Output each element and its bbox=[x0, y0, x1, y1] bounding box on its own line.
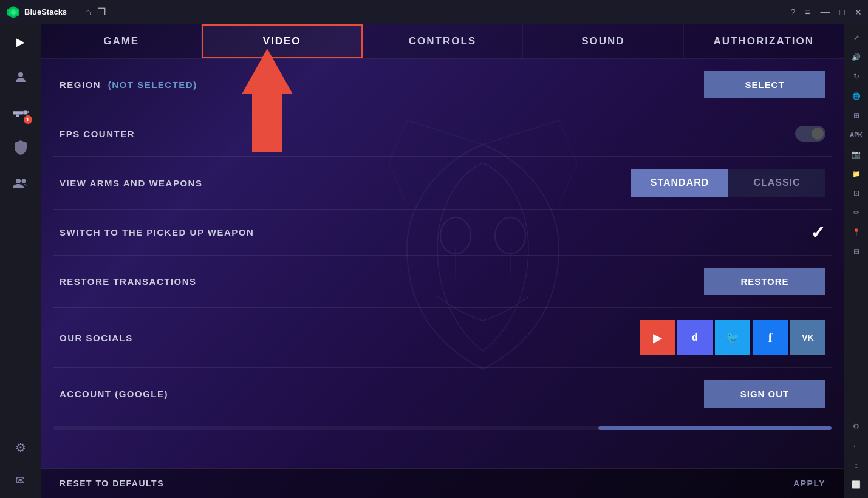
facebook-button[interactable]: f bbox=[753, 320, 788, 355]
badge: 1 bbox=[24, 115, 32, 124]
menu-icon[interactable]: ≡ bbox=[805, 7, 810, 18]
restore-button[interactable]: RESTORE bbox=[704, 268, 825, 295]
recents-sidebar-icon[interactable]: ⬜ bbox=[848, 476, 865, 493]
svg-point-9 bbox=[21, 179, 26, 183]
sidebar-item-mail[interactable]: ✉ bbox=[8, 468, 33, 493]
svg-rect-6 bbox=[16, 114, 19, 117]
view-arms-label: VIEW ARMS AND WEAPONS bbox=[60, 178, 631, 188]
classic-button[interactable]: CLASSIC bbox=[728, 169, 825, 197]
sidebar-item-user[interactable] bbox=[8, 64, 33, 90]
back-sidebar-icon[interactable]: ← bbox=[848, 437, 865, 454]
social-buttons: ▶ d 🐦 f VK bbox=[640, 320, 825, 355]
twitter-button[interactable]: 🐦 bbox=[715, 320, 750, 355]
settings-row-region: REGION (NOT SELECTED) SELECT bbox=[53, 59, 832, 111]
left-sidebar: ▶ 1 ⚙ bbox=[0, 24, 41, 498]
home-sidebar-icon[interactable]: ⌂ bbox=[848, 457, 865, 474]
vk-button[interactable]: VK bbox=[790, 320, 825, 355]
svg-rect-5 bbox=[23, 111, 27, 115]
tab-sound[interactable]: SOUND bbox=[523, 24, 683, 58]
tab-video[interactable]: VIDEO bbox=[202, 24, 362, 58]
right-sidebar: ⤢ 🔊 ↻ 🌐 ⊞ APK 📷 📁 ⊡ ✏ 📍 ⊟ ⚙ ← ⌂ ⬜ bbox=[844, 24, 868, 498]
maximize-icon[interactable]: □ bbox=[840, 7, 845, 17]
globe-sidebar-icon[interactable]: 🌐 bbox=[848, 87, 865, 104]
help-icon[interactable]: ? bbox=[790, 7, 795, 17]
expand-sidebar-icon[interactable]: ⤢ bbox=[848, 29, 865, 46]
game-content: GAME VIDEO CONTROLS SOUND AUTHORIZATION … bbox=[41, 24, 844, 498]
resize-sidebar-icon[interactable]: ⊡ bbox=[848, 185, 865, 202]
tab-controls[interactable]: CONTROLS bbox=[363, 24, 523, 58]
switch-weapon-label: SWITCH TO THE PICKED UP WEAPON bbox=[60, 227, 810, 237]
svg-point-3 bbox=[18, 72, 23, 77]
bluestacks-logo: BlueStacks bbox=[6, 5, 67, 19]
sidebar-item-play[interactable]: ▶ bbox=[8, 29, 33, 55]
home-nav-icon[interactable]: ⌂ bbox=[85, 7, 91, 18]
settings-row-view-arms: VIEW ARMS AND WEAPONS STANDARD CLASSIC bbox=[53, 157, 832, 210]
switch-weapon-checkmark[interactable]: ✓ bbox=[810, 222, 825, 243]
gear-sidebar-icon[interactable]: ⚙ bbox=[848, 418, 865, 435]
sidebar-item-settings[interactable]: ⚙ bbox=[8, 435, 33, 460]
restore-label: RESTORE TRANSACTIONS bbox=[60, 276, 704, 287]
folder-sidebar-icon[interactable]: 📁 bbox=[848, 165, 865, 182]
edit-sidebar-icon[interactable]: ✏ bbox=[848, 204, 865, 221]
settings-row-restore: RESTORE TRANSACTIONS RESTORE bbox=[53, 256, 832, 308]
region-label: REGION (NOT SELECTED) bbox=[60, 80, 704, 90]
tab-authorization[interactable]: AUTHORIZATION bbox=[684, 24, 844, 58]
layers-sidebar-icon[interactable]: ⊟ bbox=[848, 243, 865, 260]
camera-sidebar-icon[interactable]: 📷 bbox=[848, 146, 865, 163]
discord-button[interactable]: d bbox=[677, 320, 713, 355]
volume-sidebar-icon[interactable]: 🔊 bbox=[848, 49, 865, 66]
settings-row-account: ACCOUNT (GOOGLE) SIGN OUT bbox=[53, 368, 832, 420]
reset-defaults-button[interactable]: RESET TO DEFAULTS bbox=[60, 479, 164, 488]
close-icon[interactable]: ✕ bbox=[855, 7, 862, 17]
signout-button[interactable]: SIGN OUT bbox=[704, 380, 825, 408]
tab-game[interactable]: GAME bbox=[41, 24, 202, 58]
region-select-button[interactable]: SELECT bbox=[704, 71, 825, 98]
minimize-icon[interactable]: — bbox=[821, 7, 830, 18]
sidebar-item-gun[interactable]: 1 bbox=[8, 100, 33, 125]
sidebar-item-shield[interactable] bbox=[8, 135, 33, 160]
grid-sidebar-icon[interactable]: ⊞ bbox=[848, 107, 865, 124]
bottom-bar: RESET TO DEFAULTS APPLY bbox=[41, 468, 844, 498]
settings-row-socials: OUR SOCIALS ▶ d 🐦 f VK bbox=[53, 308, 832, 368]
windows-nav-icon[interactable]: ❐ bbox=[97, 6, 106, 18]
tab-bar: GAME VIDEO CONTROLS SOUND AUTHORIZATION bbox=[41, 24, 844, 59]
bs-logo-icon bbox=[6, 5, 21, 19]
refresh-sidebar-icon[interactable]: ↻ bbox=[848, 68, 865, 85]
socials-label: OUR SOCIALS bbox=[60, 333, 640, 343]
settings-container: REGION (NOT SELECTED) SELECT FPS COUNTER… bbox=[41, 59, 844, 468]
account-label: ACCOUNT (GOOGLE) bbox=[60, 389, 704, 399]
apk-sidebar-icon[interactable]: APK bbox=[848, 126, 865, 143]
svg-rect-7 bbox=[27, 111, 29, 113]
svg-rect-4 bbox=[13, 111, 23, 114]
youtube-button[interactable]: ▶ bbox=[640, 320, 675, 355]
svg-point-8 bbox=[16, 179, 21, 183]
standard-button[interactable]: STANDARD bbox=[631, 169, 728, 197]
settings-row-fps: FPS COUNTER bbox=[53, 111, 832, 157]
apply-button[interactable]: APPLY bbox=[793, 479, 825, 488]
weapon-toggle-group: STANDARD CLASSIC bbox=[631, 169, 825, 197]
settings-row-switch-weapon: SWITCH TO THE PICKED UP WEAPON ✓ bbox=[53, 210, 832, 256]
region-sub-label: (NOT SELECTED) bbox=[108, 80, 197, 90]
fps-toggle[interactable] bbox=[795, 126, 825, 142]
fps-label: FPS COUNTER bbox=[60, 129, 795, 139]
app-title: BlueStacks bbox=[24, 7, 67, 16]
sidebar-item-group[interactable] bbox=[8, 170, 33, 196]
pin-sidebar-icon[interactable]: 📍 bbox=[848, 223, 865, 240]
